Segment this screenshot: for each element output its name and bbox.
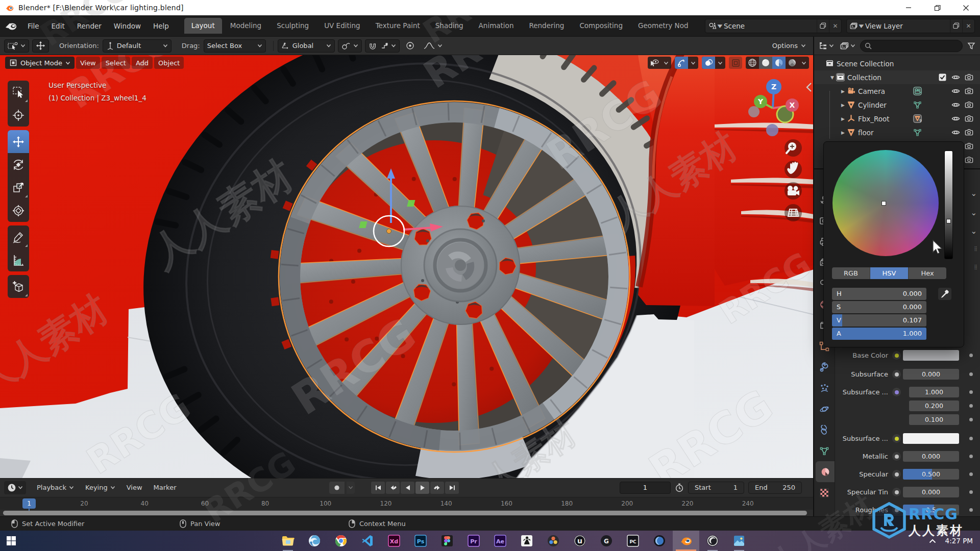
hsv-color-wheel[interactable] [832,150,939,256]
view-layer-selector[interactable]: ▼ View Layer ✕ [846,19,975,33]
tab-geometry-nod[interactable]: Geometry Nod [631,18,691,34]
tab-animation[interactable]: Animation [472,18,521,34]
new-scene-button[interactable] [817,19,829,33]
color-swatch[interactable] [903,350,959,361]
eyedropper-button[interactable] [938,288,951,300]
eye-toggle-icon[interactable] [951,101,960,109]
timeline-menu-playback[interactable]: Playback [31,484,80,491]
shading-solid-button[interactable] [759,57,772,69]
taskbar-app-obs-studio[interactable] [699,531,726,551]
auto-keying-button[interactable] [329,482,345,494]
timeline-ruler[interactable]: 204060801001201401601802002202401 [0,497,813,510]
property-value-field[interactable]: 0.100 [909,414,959,425]
tab-layout[interactable]: Layout [184,18,222,34]
property-slider[interactable]: 0.000 [903,369,959,380]
slider-v[interactable]: V0.107 [832,314,926,327]
taskbar-app-blender[interactable] [673,531,699,551]
tool-annotate[interactable] [8,226,29,248]
active-tool-dropdown[interactable] [4,39,29,53]
minimize-button[interactable] [894,0,923,15]
next-keyframe-button[interactable] [430,482,444,494]
animate-property-dot[interactable] [969,390,973,394]
outliner-row[interactable]: ▶Fbx_Root9 [814,112,980,126]
camera-toggle-icon[interactable] [965,101,973,109]
properties-tab-constraints[interactable] [814,419,835,440]
taskbar-app-cinema4d[interactable] [646,531,673,551]
xray-toggle[interactable] [729,57,742,69]
axis-neg-z[interactable] [766,124,778,136]
camera-toggle-icon[interactable] [965,142,973,151]
taskbar-app-chrome[interactable] [328,531,354,551]
taskbar-app-zbrush[interactable] [513,531,540,551]
options-dropdown[interactable]: Options [772,42,806,49]
link-socket-icon[interactable] [892,470,901,479]
tray-expand-icon[interactable] [929,539,936,543]
drag-dropdown[interactable]: Select Box [204,39,266,53]
property-slider[interactable]: 0.000 [903,451,959,462]
selectability-chevron[interactable] [661,57,671,69]
tab-sculpting[interactable]: Sculpting [270,18,316,34]
taskbar-app-edge[interactable] [301,531,328,551]
expander-right-icon[interactable]: ▶ [840,130,846,135]
tab-compositing[interactable]: Compositing [572,18,630,34]
slider-h[interactable]: H0.000 [832,288,926,300]
restore-button[interactable] [923,0,951,15]
expander-right-icon[interactable]: ▶ [840,103,846,108]
property-value-field[interactable]: 0.200 [909,400,959,411]
timeline-menu-keying[interactable]: Keying [80,484,121,491]
checkbox-toggle-icon[interactable] [938,73,947,82]
camera-toggle-icon[interactable] [965,73,973,82]
viewport-menu-select[interactable]: Select [102,57,130,69]
taskbar-app-photos[interactable] [726,531,752,551]
expander-down-icon[interactable]: ▼ [829,75,836,80]
link-socket-icon[interactable] [892,351,901,360]
tab-shading[interactable]: Shading [428,18,471,34]
overlays-chevron[interactable] [715,57,725,69]
menu-file[interactable]: File [21,15,45,36]
tool-add-cube[interactable] [8,275,29,298]
animate-property-dot[interactable] [969,508,973,512]
taskbar-app-pycharm[interactable]: PC [620,531,646,551]
link-socket-icon[interactable] [892,388,901,396]
animate-property-dot[interactable] [969,418,973,421]
timeline-menu-view[interactable]: View [121,484,148,491]
outliner-row[interactable]: ▼Collection [814,70,980,84]
taskbar-app-file-explorer[interactable] [275,531,301,551]
move-tool-indicator-icon[interactable] [32,39,49,53]
value-slider[interactable] [944,151,953,259]
proportional-editing-toggle[interactable] [403,39,418,53]
properties-tab-modifiers[interactable] [814,357,835,378]
taskbar-app-unreal-engine[interactable]: u [567,531,593,551]
color-mode-hex[interactable]: Hex [909,267,946,279]
animate-property-dot[interactable] [969,490,973,494]
play-button[interactable] [415,482,429,494]
link-socket-icon[interactable] [892,452,901,461]
taskbar-app-g-assist[interactable]: G [593,531,620,551]
color-mode-rgb[interactable]: RGB [832,267,870,279]
properties-tab-data[interactable] [814,440,835,461]
snap-proximity-dropdown[interactable] [338,39,362,53]
keying-chevron[interactable] [347,482,355,494]
viewport-menu-object[interactable]: Object [154,57,184,69]
properties-tab-material[interactable] [816,461,835,482]
link-socket-icon[interactable] [892,434,901,443]
section-collapse-chevron[interactable]: ⌄ [970,227,977,236]
link-socket-icon[interactable] [892,506,901,514]
link-socket-icon[interactable] [892,370,901,379]
axis-neg-x[interactable] [748,106,760,117]
falloff-dropdown[interactable] [421,39,446,53]
tab-rendering[interactable]: Rendering [522,18,571,34]
scene-selector[interactable]: ▼ Scene ✕ [705,19,842,33]
new-view-layer-button[interactable] [950,19,962,33]
taskbar-app-photoshop[interactable]: Ps [407,531,434,551]
property-slider[interactable]: 0.000 [903,487,959,497]
gizmos-chevron[interactable] [688,57,698,69]
expander-right-icon[interactable]: ▶ [840,116,846,121]
viewport-menu-view[interactable]: View [76,57,100,69]
selectability-dropdown[interactable] [648,57,671,69]
menu-edit[interactable]: Edit [45,15,71,36]
tool-transform[interactable] [8,199,29,222]
property-slider[interactable]: 0.500 [903,469,959,480]
viewport-zoom-button[interactable] [785,139,802,157]
outliner-filter-button[interactable] [966,41,977,51]
